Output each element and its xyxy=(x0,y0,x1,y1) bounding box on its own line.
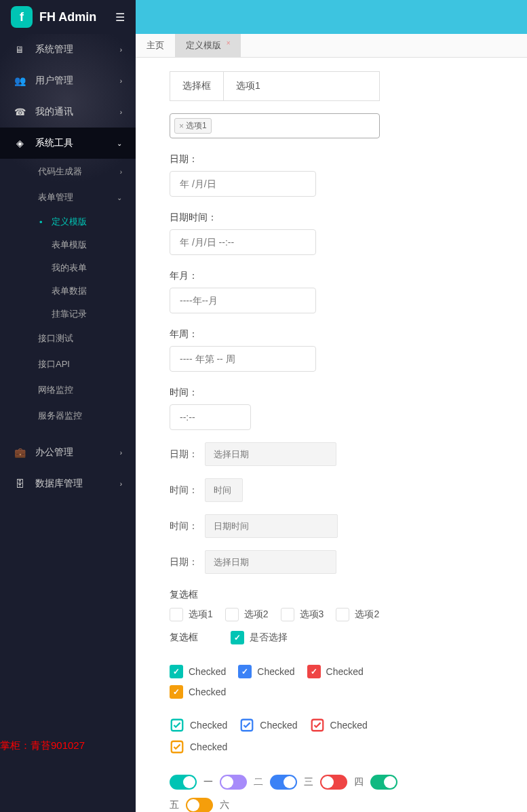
cb-outline-teal[interactable]: Checked xyxy=(170,718,227,733)
inline-date-label: 日期： xyxy=(170,448,199,461)
cb-solid-teal[interactable]: ✓Checked xyxy=(170,665,226,678)
nav-user-mgmt[interactable]: 👥 用户管理 › xyxy=(0,65,136,96)
checkbox-outline-icon xyxy=(170,739,184,754)
subsub-my-forms[interactable]: 我的表单 xyxy=(0,256,136,279)
switch-label: 三 xyxy=(304,776,313,788)
sidebar-header: f FH Admin ☰ xyxy=(0,0,136,34)
tab-define-template[interactable]: 定义模版 × xyxy=(175,34,241,57)
checkbox-checked-icon: ✓ xyxy=(231,631,244,644)
nav-label: 数据库管理 xyxy=(35,478,83,490)
close-icon[interactable]: × xyxy=(179,121,184,131)
cb-option-4[interactable]: 选项2 xyxy=(336,608,379,621)
chevron-right-icon: › xyxy=(120,168,122,176)
briefcase-icon: 💼 xyxy=(14,446,26,459)
inline-time-input[interactable] xyxy=(205,478,243,502)
nav-system-mgmt[interactable]: 🖥 系统管理 › xyxy=(0,34,136,65)
brand-title: FH Admin xyxy=(39,10,115,24)
cb-option-3[interactable]: 选项3 xyxy=(281,608,324,621)
switch-1[interactable] xyxy=(170,775,197,790)
cb-single-title: 复选框 xyxy=(170,632,198,644)
subsub-form-template[interactable]: 表单模版 xyxy=(0,233,136,256)
subsub-define-template[interactable]: 定义模版 xyxy=(0,210,136,233)
sidebar-nav: 🖥 系统管理 › 👥 用户管理 › ☎ 我的通讯 › ◈ 系统工具 ⌄ 代码生成… xyxy=(0,34,136,812)
nav-label: 系统工具 xyxy=(35,137,73,149)
checkbox-group-title: 复选框 xyxy=(170,589,493,601)
nav-comm[interactable]: ☎ 我的通讯 › xyxy=(0,96,136,128)
close-icon[interactable]: × xyxy=(227,39,231,47)
cb-option-2[interactable]: 选项2 xyxy=(225,608,269,621)
inline-date2-input[interactable] xyxy=(205,550,336,574)
sub-server-monitor[interactable]: 服务器监控 xyxy=(0,403,136,429)
nav-label: 办公管理 xyxy=(35,446,73,459)
switch-2[interactable] xyxy=(220,775,247,790)
cube-icon: ◈ xyxy=(14,137,26,149)
switch-label: 二 xyxy=(254,776,263,788)
menu-toggle-icon[interactable]: ☰ xyxy=(115,11,125,24)
yw-label: 年周： xyxy=(170,328,493,341)
switch-3[interactable] xyxy=(270,775,297,790)
topbar xyxy=(136,0,527,34)
switch-5[interactable] xyxy=(370,775,397,790)
checkbox-checked-icon: ✓ xyxy=(170,665,183,678)
switch-6[interactable] xyxy=(186,798,213,812)
inline-date2-label: 日期： xyxy=(170,556,199,568)
nav-label: 我的通讯 xyxy=(35,106,73,118)
checkbox-icon xyxy=(225,608,239,621)
sub-api[interactable]: 接口API xyxy=(0,351,136,377)
datetime-input[interactable] xyxy=(170,229,316,255)
chevron-down-icon: ⌄ xyxy=(117,140,122,147)
checkbox-icon xyxy=(281,608,294,621)
inline-dt-input[interactable] xyxy=(205,514,338,538)
chevron-down-icon: ⌄ xyxy=(117,194,122,201)
cb-solid-orange[interactable]: ✓Checked xyxy=(170,685,226,699)
ym-label: 年月： xyxy=(170,270,493,282)
checkbox-checked-icon: ✓ xyxy=(307,665,321,678)
cb-outline-orange[interactable]: Checked xyxy=(170,739,227,754)
nav-office-mgmt[interactable]: 💼 办公管理 › xyxy=(0,437,136,468)
cb-solid-red[interactable]: ✓Checked xyxy=(307,665,364,678)
nav-db-mgmt[interactable]: 🗄 数据库管理 › xyxy=(0,468,136,499)
time-input[interactable] xyxy=(170,404,251,430)
nav-system-tools[interactable]: ◈ 系统工具 ⌄ xyxy=(0,128,136,159)
checkbox-icon xyxy=(336,608,349,621)
subsub-form-data[interactable]: 表单数据 xyxy=(0,279,136,303)
cb-solid-blue[interactable]: ✓Checked xyxy=(238,665,294,678)
cb-single-option[interactable]: ✓ 是否选择 xyxy=(231,631,288,644)
nav-label: 系统管理 xyxy=(35,43,73,56)
select-box[interactable]: 选择框 选项1 xyxy=(170,71,380,101)
sub-api-test[interactable]: 接口测试 xyxy=(0,326,136,351)
switch-label: 四 xyxy=(354,776,364,788)
cb-option-1[interactable]: 选项1 xyxy=(170,608,213,621)
tab-home[interactable]: 主页 xyxy=(136,34,175,57)
sub-form-mgmt[interactable]: 表单管理 ⌄ xyxy=(0,185,136,210)
inline-dt-label: 时间： xyxy=(170,520,199,533)
cb-outline-red[interactable]: Checked xyxy=(310,718,368,733)
subsub-attach-record[interactable]: 挂靠记录 xyxy=(0,303,136,326)
logo-badge: f xyxy=(11,6,33,28)
main-content: 主页 定义模版 × 选择框 选项1 × 选项1 日期： 日期时间： 年月： xyxy=(136,34,527,812)
tag-input[interactable]: × 选项1 xyxy=(170,113,380,138)
tag-label: 选项1 xyxy=(186,120,207,132)
switch-label: 一 xyxy=(203,776,213,788)
date-label: 日期： xyxy=(170,153,493,166)
chevron-right-icon: › xyxy=(120,77,122,85)
chevron-right-icon: › xyxy=(120,109,122,116)
checkbox-checked-icon: ✓ xyxy=(170,685,183,699)
ym-input[interactable] xyxy=(170,288,316,313)
subsub-label: 我的表单 xyxy=(52,262,87,274)
switch-4[interactable] xyxy=(320,775,347,790)
time-label: 时间： xyxy=(170,387,493,399)
sub-code-gen[interactable]: 代码生成器 › xyxy=(0,159,136,185)
subsub-label: 表单数据 xyxy=(52,285,87,297)
yw-input[interactable] xyxy=(170,346,316,372)
cb-outline-blue[interactable]: Checked xyxy=(239,718,297,733)
chevron-right-icon: › xyxy=(120,46,122,54)
inline-date-input[interactable] xyxy=(205,442,336,466)
sidebar-footer: 掌柜：青苔901027 xyxy=(0,734,85,758)
monitor-icon: 🖥 xyxy=(14,43,26,56)
subsub-label: 表单模版 xyxy=(52,239,87,251)
date-input[interactable] xyxy=(170,171,316,197)
sub-net-monitor[interactable]: 网络监控 xyxy=(0,377,136,403)
tag-chip: × 选项1 xyxy=(174,118,212,134)
sub-label: 表单管理 xyxy=(38,191,73,204)
